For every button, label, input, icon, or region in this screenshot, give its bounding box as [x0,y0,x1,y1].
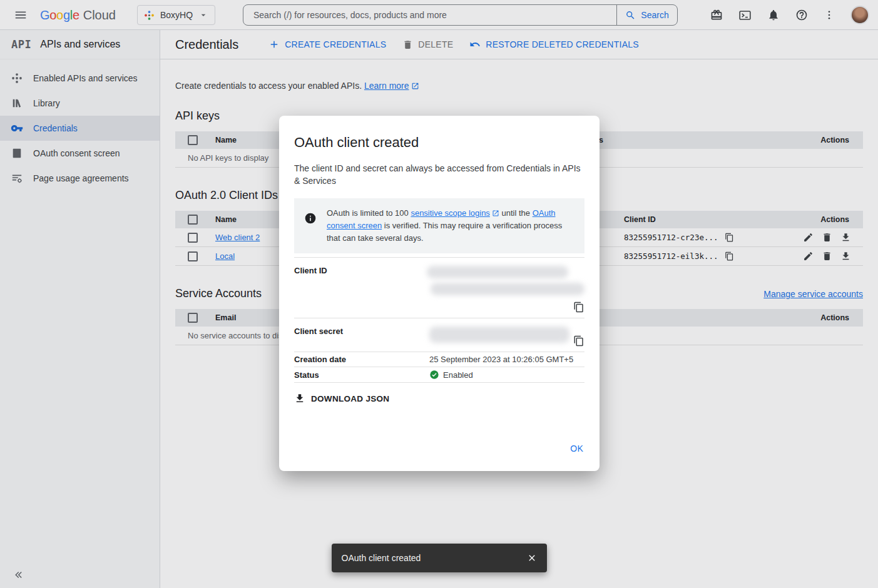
sensitive-scope-logins-link[interactable]: sensitive scope logins [411,208,489,218]
ok-button[interactable]: OK [570,444,583,454]
client-secret-redacted-value [429,327,569,347]
creation-date-label: Creation date [294,355,429,364]
creation-date-value: 25 September 2023 at 10:26:05 GMT+5 [429,355,573,364]
check-circle-icon [429,370,439,380]
client-id-label: Client ID [294,266,427,313]
info-banner-text: OAuth is limited to 100 sensitive scope … [327,207,574,245]
download-json-button[interactable]: DOWNLOAD JSON [294,393,389,404]
snackbar-close-icon[interactable] [522,548,542,568]
client-id-row: Client ID [294,257,584,318]
client-secret-row: Client secret [294,318,584,352]
status-label: Status [294,370,429,380]
download-icon [294,393,305,404]
copy-client-id-icon[interactable] [573,302,584,313]
creation-date-row: Creation date 25 September 2023 at 10:26… [294,352,584,367]
info-icon [304,207,317,245]
status-value: Enabled [443,370,473,380]
status-row: Status Enabled [294,367,584,382]
oauth-client-created-dialog: OAuth client created The client ID and s… [279,116,600,471]
external-link-icon [492,210,499,217]
client-id-redacted-value [427,266,584,313]
snackbar-message: OAuth client created [342,553,522,563]
copy-client-secret-icon[interactable] [573,335,584,347]
snackbar: OAuth client created [332,544,547,572]
client-secret-label: Client secret [294,327,429,347]
credential-details: Client ID Client secret [294,257,584,383]
dialog-title: OAuth client created [294,134,584,151]
dialog-description: The client ID and secret can always be a… [294,162,584,187]
info-banner: OAuth is limited to 100 sensitive scope … [294,198,584,253]
